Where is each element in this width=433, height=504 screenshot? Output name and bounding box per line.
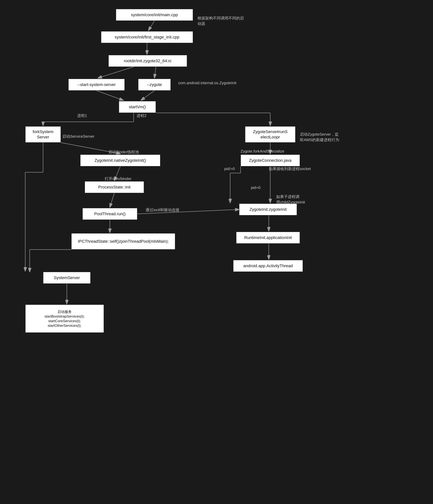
node-activity-thread: android.app.ActivityThread xyxy=(233,260,303,272)
label-start-zygote-server: 启动ZygoteServer，监 听AMS的新建进程行为 xyxy=(300,126,339,143)
label-arch: 根据架构不同调用不同的启 动器 xyxy=(197,10,244,26)
label-socket: 如果接收到新进程socket xyxy=(269,166,311,171)
label-pid-not-0: pid!=0 xyxy=(224,166,235,171)
node-startvm: startVm() xyxy=(119,101,156,113)
node-start-system-server: --start-system-server xyxy=(68,79,125,91)
node-zygote-rc: rootdir/init.zygote32_64.rc xyxy=(108,55,187,67)
node-zygote-serve: ZygoteServe#runS electLoopr xyxy=(245,126,295,143)
label-process1: 进程1 xyxy=(77,113,87,118)
node-zygote-native-init: ZygoteInit.nativeZygoteInit() xyxy=(80,154,160,166)
label-ioctl: 通过ioctl和驱动连接 xyxy=(146,207,179,213)
node-first-stage: system/core/init/first_stage_init.cpp xyxy=(101,31,193,43)
label-start-service-server: 启动ServiceServer xyxy=(62,134,94,139)
label-zygote-fork: Zygote.forkAndSpecialize xyxy=(240,149,284,154)
node-main-cpp: system/core/init/main.cpp xyxy=(116,9,193,21)
node-runtime-init: RuntimeInit.applicationInit xyxy=(236,232,300,243)
node-process-state: ProcessState::init xyxy=(85,181,144,193)
label-pid-0: pid=0 xyxy=(251,185,260,190)
label-open-binder: 打开/dev/binder xyxy=(105,176,132,181)
label-zygote-init: com.android.internal.os.ZygoteInit xyxy=(178,80,236,86)
label-start-binder-pool: 启动Binder线程池 xyxy=(108,149,139,155)
svg-line-4 xyxy=(154,67,156,78)
node-fork-system-server: forkSystem Server xyxy=(25,126,61,143)
node-ipc-thread: IPCThreadState::self()zjoinThreadPool(ml… xyxy=(71,233,175,250)
svg-line-5 xyxy=(97,91,123,100)
node-zygote-init: ZygoteInit.zygoteInit xyxy=(239,204,297,215)
svg-line-1 xyxy=(149,21,154,30)
node-system-server: SystemServer xyxy=(43,272,91,284)
svg-line-19 xyxy=(110,193,114,207)
svg-line-6 xyxy=(141,91,154,100)
node-start-services: 启动服务 startBootstrapServices(t); startCor… xyxy=(25,305,104,333)
node-zygote-connection: ZygoteConnection.java xyxy=(240,154,300,166)
label-child-zygote: 如果子进程调 用childZygoteInit xyxy=(276,189,305,205)
label-process2: 进程2 xyxy=(137,113,146,118)
node-pool-thread: PoolThread.run() xyxy=(82,208,137,220)
arrows-svg xyxy=(0,0,433,504)
diagram-container: system/core/init/main.cpp system/core/in… xyxy=(0,0,433,504)
svg-line-3 xyxy=(98,67,134,78)
node-zygote: --zygote xyxy=(138,79,171,91)
